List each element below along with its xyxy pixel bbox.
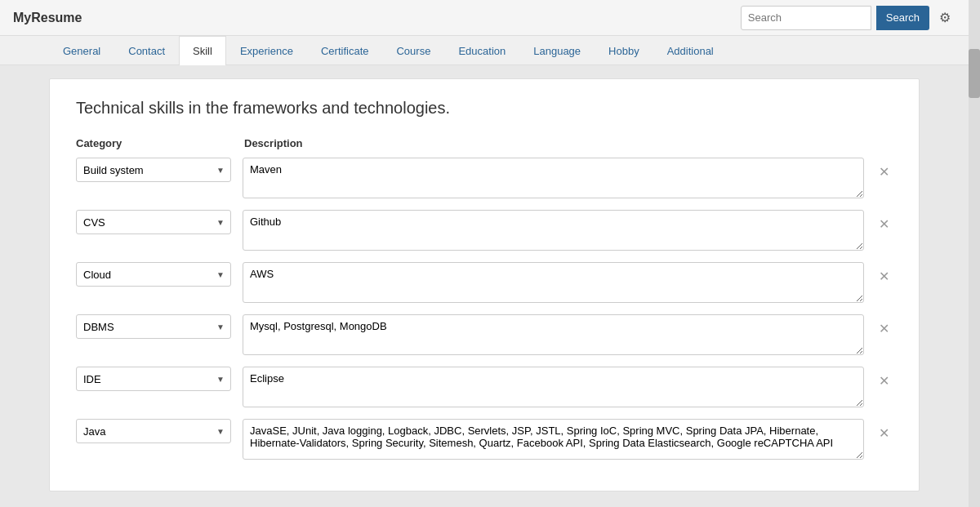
remove-skill-button[interactable]: ✕ <box>875 319 893 338</box>
category-select-wrap: Build systemCVSCloudDBMSIDEJavaPythonJav… <box>76 419 231 443</box>
skill-row: Build systemCVSCloudDBMSIDEJavaPythonJav… <box>76 262 893 303</box>
header: MyResume Search ⚙ <box>0 0 969 36</box>
description-input[interactable] <box>243 314 864 355</box>
category-select[interactable]: Build systemCVSCloudDBMSIDEJavaPythonJav… <box>76 419 231 443</box>
description-input[interactable] <box>243 262 864 303</box>
tab-language[interactable]: Language <box>519 36 595 65</box>
nav-tabs: General Contact Skill Experience Certifi… <box>0 36 969 65</box>
category-select[interactable]: Build systemCVSCloudDBMSIDEJavaPythonJav… <box>76 262 231 287</box>
description-input[interactable] <box>243 367 864 407</box>
description-input[interactable] <box>243 158 864 198</box>
tab-additional[interactable]: Additional <box>653 36 728 65</box>
description-input[interactable] <box>243 210 864 251</box>
page-wrapper: MyResume Search ⚙ General Contact Skill … <box>0 0 980 507</box>
content-card: Technical skills in the frameworks and t… <box>49 78 920 491</box>
scrollbar-thumb[interactable] <box>969 49 980 98</box>
tab-education[interactable]: Education <box>444 36 519 65</box>
scrollbar-track[interactable] <box>969 0 980 507</box>
category-select[interactable]: Build systemCVSCloudDBMSIDEJavaPythonJav… <box>76 314 231 339</box>
category-select-wrap: Build systemCVSCloudDBMSIDEJavaPythonJav… <box>76 367 231 391</box>
gear-icon-button[interactable]: ⚙ <box>934 7 956 29</box>
tab-certificate[interactable]: Certificate <box>307 36 383 65</box>
skills-container: Build systemCVSCloudDBMSIDEJavaPythonJav… <box>76 158 893 460</box>
tab-hobby[interactable]: Hobby <box>595 36 653 65</box>
app-title: MyResume <box>13 11 82 25</box>
remove-skill-button[interactable]: ✕ <box>875 215 893 233</box>
tab-contact[interactable]: Contact <box>114 36 179 65</box>
category-select-wrap: Build systemCVSCloudDBMSIDEJavaPythonJav… <box>76 158 231 182</box>
main-content: Technical skills in the frameworks and t… <box>0 65 969 505</box>
skill-header: Category Description <box>76 137 893 149</box>
category-select[interactable]: Build systemCVSCloudDBMSIDEJavaPythonJav… <box>76 367 231 391</box>
tab-experience[interactable]: Experience <box>226 36 307 65</box>
skill-row: Build systemCVSCloudDBMSIDEJavaPythonJav… <box>76 314 893 355</box>
tab-general[interactable]: General <box>49 36 114 65</box>
card-title: Technical skills in the frameworks and t… <box>76 99 893 118</box>
page-main: MyResume Search ⚙ General Contact Skill … <box>0 0 969 507</box>
tab-course[interactable]: Course <box>382 36 444 65</box>
tab-skill[interactable]: Skill <box>179 36 226 65</box>
category-select-wrap: Build systemCVSCloudDBMSIDEJavaPythonJav… <box>76 314 231 339</box>
gear-icon: ⚙ <box>939 11 951 24</box>
description-input[interactable] <box>243 419 864 460</box>
category-column-label: Category <box>76 137 231 149</box>
remove-skill-button[interactable]: ✕ <box>875 371 893 390</box>
skill-row: Build systemCVSCloudDBMSIDEJavaPythonJav… <box>76 158 893 198</box>
category-select-wrap: Build systemCVSCloudDBMSIDEJavaPythonJav… <box>76 210 231 234</box>
skill-row: Build systemCVSCloudDBMSIDEJavaPythonJav… <box>76 210 893 251</box>
header-right: Search ⚙ <box>741 6 956 30</box>
search-button[interactable]: Search <box>876 6 929 30</box>
category-select[interactable]: Build systemCVSCloudDBMSIDEJavaPythonJav… <box>76 210 231 234</box>
remove-skill-button[interactable]: ✕ <box>875 424 893 443</box>
description-column-label: Description <box>244 137 303 149</box>
header-left: MyResume <box>13 11 82 25</box>
category-select-wrap: Build systemCVSCloudDBMSIDEJavaPythonJav… <box>76 262 231 287</box>
remove-skill-button[interactable]: ✕ <box>875 267 893 286</box>
search-input[interactable] <box>741 6 871 30</box>
skill-row: Build systemCVSCloudDBMSIDEJavaPythonJav… <box>76 419 893 460</box>
skill-row: Build systemCVSCloudDBMSIDEJavaPythonJav… <box>76 367 893 407</box>
remove-skill-button[interactable]: ✕ <box>875 162 893 181</box>
category-select[interactable]: Build systemCVSCloudDBMSIDEJavaPythonJav… <box>76 158 231 182</box>
